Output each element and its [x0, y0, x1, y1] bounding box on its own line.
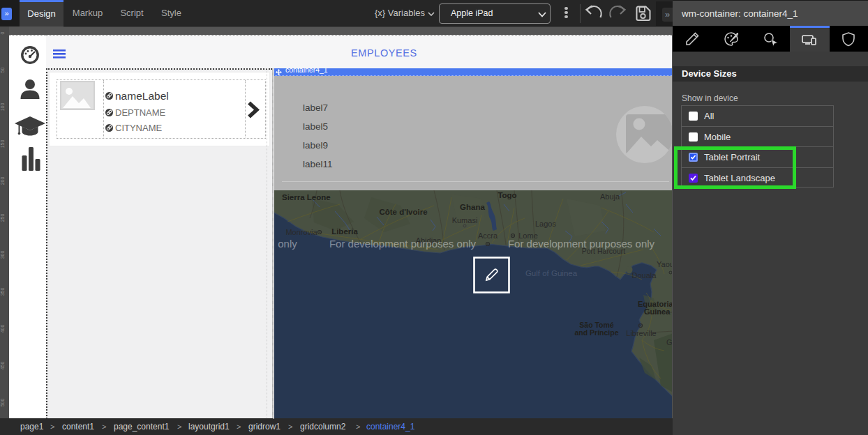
svg-text:Togo: Togo — [497, 191, 516, 199]
svg-text:Libreville: Libreville — [626, 329, 656, 337]
svg-text:only: only — [278, 238, 297, 250]
svg-text:Gulf of Guinea: Gulf of Guinea — [525, 269, 578, 277]
svg-text:For development purposes only: For development purposes only — [329, 238, 477, 250]
svg-text:Lagos: Lagos — [535, 220, 556, 228]
svg-text:Kumasi: Kumasi — [452, 216, 478, 224]
svg-text:Côte d'Ivoire: Côte d'Ivoire — [379, 208, 427, 216]
svg-text:Guinea: Guinea — [644, 307, 671, 316]
svg-text:Accra: Accra — [478, 231, 498, 240]
svg-text:For development purposes only: For development purposes only — [508, 238, 655, 250]
svg-text:Liberia: Liberia — [331, 227, 358, 236]
svg-text:Monrovia: Monrovia — [285, 228, 317, 236]
svg-text:Yaound: Yaound — [657, 260, 672, 268]
svg-text:Abuja: Abuja — [600, 192, 620, 201]
svg-text:and Príncipe: and Príncipe — [574, 328, 618, 337]
svg-text:Ghana: Ghana — [460, 203, 485, 211]
svg-text:Sierra Leone: Sierra Leone — [282, 193, 331, 201]
svg-text:Ga: Ga — [666, 338, 672, 346]
svg-text:Douala: Douala — [632, 271, 657, 280]
